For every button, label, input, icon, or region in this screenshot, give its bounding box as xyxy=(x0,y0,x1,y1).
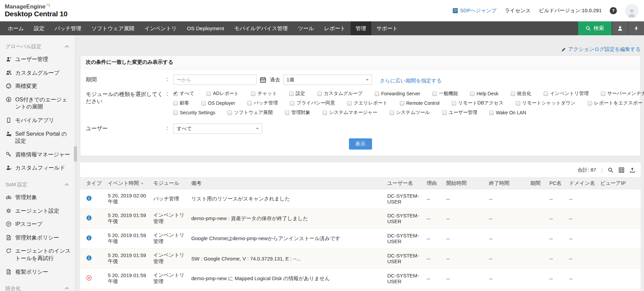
module-checkbox-customer[interactable]: 顧客 xyxy=(173,100,189,106)
module-checkbox-security-settings[interactable]: Security Settings xyxy=(173,110,215,115)
sidebar-item-user-management[interactable]: ユーザー管理 xyxy=(0,53,75,66)
nav-item-software-deployment[interactable]: ソフトウェア展開 xyxy=(86,21,139,35)
quick-actions-icon[interactable] xyxy=(628,21,644,35)
cell-pc: -- xyxy=(547,209,566,229)
module-checkbox-settings[interactable]: 設定 xyxy=(289,91,305,97)
column-chooser-button[interactable] xyxy=(619,167,624,173)
column-header-6[interactable]: 開始時間 xyxy=(444,178,486,189)
module-checkbox-forwarding-server[interactable]: Forwarding Server xyxy=(375,91,420,96)
sidebar-section-title-1[interactable]: SoM 設定 xyxy=(0,175,75,191)
nav-item-inventory[interactable]: インベントリ xyxy=(139,21,182,35)
module-checkbox-integration[interactable]: 統合化 xyxy=(511,91,531,97)
column-header-4[interactable]: ユーザー名 xyxy=(385,178,424,189)
table-row[interactable]: 5 20, 2019 01:59 午後インベントリ管理Google Chrome… xyxy=(80,229,641,249)
user-quick-icon[interactable] xyxy=(612,21,628,35)
nav-item-reports[interactable]: レポート xyxy=(319,21,351,35)
column-header-10[interactable]: ドメイン名 xyxy=(566,178,598,189)
column-header-2[interactable]: モジュール xyxy=(151,178,189,189)
module-checkbox-inventory-management[interactable]: インベントリ管理 xyxy=(544,91,589,97)
sidebar-item-ip-scope[interactable]: IPIPスコープ xyxy=(0,217,75,231)
module-checkbox-all[interactable]: すべて xyxy=(173,91,194,97)
module-checkbox-managed-target[interactable]: 管理対象 xyxy=(285,110,310,116)
sidebar-item-replicate-policy[interactable]: 複製ポリシー xyxy=(0,265,75,279)
module-checkbox-system-manager[interactable]: システムマネージャー xyxy=(323,110,377,116)
show-button[interactable]: 表示 xyxy=(349,138,372,150)
nav-item-os-deployment[interactable]: OS Deployment xyxy=(182,21,229,35)
help-icon[interactable]: ? xyxy=(610,7,617,14)
sidebar-item-credential-manager[interactable]: 資格情報マネージャー xyxy=(0,148,75,161)
table-row[interactable]: 5 20, 2019 01:59 午後インベントリ管理SW : Google C… xyxy=(80,249,641,269)
sdp-jump-link[interactable]: SDPへジャンプ xyxy=(452,7,497,14)
checkbox-icon xyxy=(247,101,252,105)
column-header-7[interactable]: 終了時間 xyxy=(486,178,528,189)
module-checkbox-remote-db-access[interactable]: リモートDBアクセス xyxy=(452,100,504,106)
table-row[interactable]: 5 20, 2019 01:59 午後インベントリ管理demo-pmp-new … xyxy=(80,269,641,289)
module-checkbox-general-features[interactable]: 一般機能 xyxy=(432,91,458,97)
nav-item-tools[interactable]: ツール xyxy=(293,21,319,35)
module-checkbox-system-tools[interactable]: システムツール xyxy=(390,110,430,116)
cell-period xyxy=(528,289,547,291)
user-avatar[interactable] xyxy=(625,4,639,18)
sidebar-item-rebranding[interactable]: 商標変更 xyxy=(0,79,75,93)
column-header-11[interactable]: ビューアIP xyxy=(598,178,641,189)
module-checkbox-query-report[interactable]: クエリレポート xyxy=(347,100,388,106)
nav-item-patch-management[interactable]: パッチ管理 xyxy=(50,21,86,35)
module-checkbox-patch-management[interactable]: パッチ管理 xyxy=(247,100,278,106)
column-header-3[interactable]: 備考 xyxy=(189,178,385,189)
column-header-8[interactable]: 期間 xyxy=(528,178,547,189)
table-row[interactable]: 5 20, 2019 01:59 午後インベントリ管理demo-pmp-new … xyxy=(80,209,641,229)
nav-item-support[interactable]: サポート xyxy=(371,21,403,35)
sidebar-item-scope-of-management[interactable]: 管理対象 xyxy=(0,191,75,204)
column-header-5[interactable]: 理由 xyxy=(424,178,444,189)
wider-period-link[interactable]: さらに広い期間を指定する xyxy=(380,76,442,84)
export-button[interactable] xyxy=(629,167,635,173)
calendar-button[interactable] xyxy=(260,77,266,83)
module-checkbox-privacy-consent[interactable]: プライバシー同意 xyxy=(290,100,335,106)
column-header-9[interactable]: PC名 xyxy=(547,178,566,189)
search-button[interactable]: 検索 xyxy=(578,21,611,35)
sidebar-item-custom-group[interactable]: カスタムグループ xyxy=(0,66,75,80)
sidebar-item-retry-agent-install[interactable]: エージェントのインストールを再試行 xyxy=(0,244,75,265)
sidebar-item-mobile-app[interactable]: モバイルアプリ xyxy=(0,114,75,127)
nav-item-mobile-device-management[interactable]: モバイルデバイス管理 xyxy=(229,21,293,35)
sidebar-section-title-2[interactable]: 統合化 xyxy=(0,278,75,291)
column-header-0[interactable]: タイプ xyxy=(80,178,105,189)
nav-item-admin[interactable]: 管理 xyxy=(351,21,371,35)
period-range-input[interactable] xyxy=(173,75,257,85)
module-checkbox-ad-report[interactable]: ADレポート xyxy=(207,91,239,97)
license-link[interactable]: ライセンス xyxy=(505,7,531,14)
module-checkbox-server-maintenance[interactable]: サーバーメンテナンス xyxy=(601,91,644,97)
sidebar-item-custom-field[interactable]: カスタムフィールド xyxy=(0,161,75,175)
user-select[interactable]: すべて xyxy=(173,123,262,134)
module-checkbox-custom-group[interactable]: カスタムグループ xyxy=(317,91,363,97)
nav-item-settings[interactable]: 設定 xyxy=(29,21,50,35)
cell-period xyxy=(528,209,547,229)
module-checkbox-remote-shutdown[interactable]: リモートシャットダウン xyxy=(516,100,575,106)
past-period-select[interactable]: 1週 xyxy=(283,75,372,85)
table-row[interactable]: 5 20, 2019 02:00 午後パッチ管理リスト用のリソースがスキャンされ… xyxy=(80,189,641,209)
module-checkbox-help-desk[interactable]: Help Desk xyxy=(470,91,499,96)
checkbox-label: プライバシー同意 xyxy=(296,100,335,106)
sidebar-item-self-service-portal[interactable]: Self Service Portal の設定 xyxy=(0,127,75,148)
module-checkbox-software-deployment[interactable]: ソフトウェア展開 xyxy=(228,110,273,116)
sidebar-section-title-0[interactable]: グローバル設定 xyxy=(0,37,75,53)
nav-item-home[interactable]: ホーム xyxy=(3,21,29,35)
sidebar-item-os-agent-deployment[interactable]: OS付きでのエージェントの展開 xyxy=(0,93,75,114)
module-checkbox-export-report[interactable]: レポートをエクスポート xyxy=(588,100,644,106)
sidebar-item-agent-settings[interactable]: エージェント設定 xyxy=(0,204,75,218)
column-header-1[interactable]: イベント時間 xyxy=(105,178,151,189)
cell-viewer_ip xyxy=(598,249,641,269)
period-label: 期間 xyxy=(86,75,167,83)
cell-user: DC-SYSTEM-USER xyxy=(385,189,424,209)
module-checkbox-user-management[interactable]: ユーザー管理 xyxy=(442,110,477,116)
module-checkbox-os-deployer[interactable]: OS Deployer xyxy=(201,100,235,106)
module-checkbox-remote-control[interactable]: Remote Control xyxy=(400,100,440,106)
panel-resize-handle[interactable] xyxy=(74,146,77,162)
module-checkbox-chat[interactable]: チャット xyxy=(251,91,277,97)
table-row[interactable]: 5 20, 2019 01:59 午後インベントリ管理demo-pmp-new … xyxy=(80,289,641,291)
ip-scope-icon: IP xyxy=(6,220,12,227)
edit-action-log-link[interactable]: アクションログ設定を編集する xyxy=(561,46,641,53)
module-checkbox-wake-on-lan[interactable]: Wake On LAN xyxy=(489,110,526,115)
table-search-button[interactable] xyxy=(608,167,613,173)
sidebar-item-managed-policy[interactable]: 管理対象ポリシー xyxy=(0,231,75,245)
